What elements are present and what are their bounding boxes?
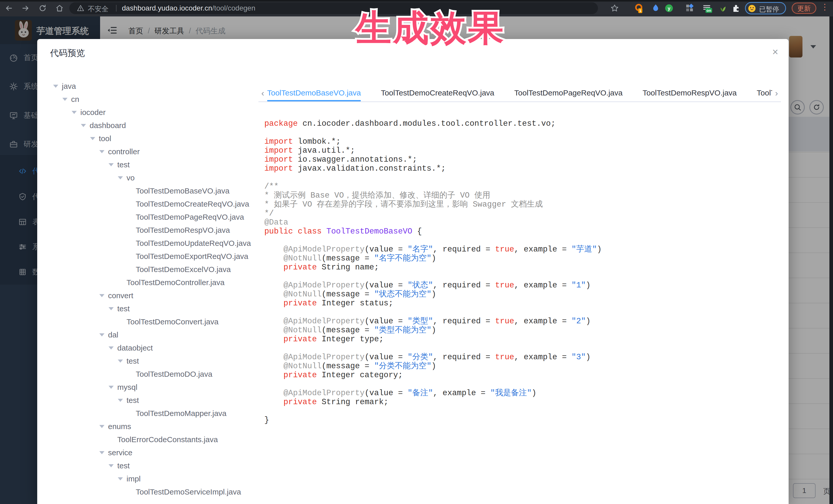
list-extension-icon[interactable]: on bbox=[702, 4, 711, 13]
caret-down-icon[interactable] bbox=[99, 425, 104, 428]
back-icon[interactable] bbox=[5, 4, 13, 12]
tree-folder[interactable]: enums bbox=[52, 420, 260, 433]
tree-file[interactable]: ToolTestDemoRespVO.java bbox=[52, 223, 260, 237]
caret-down-icon[interactable] bbox=[109, 464, 114, 467]
caret-down-icon[interactable] bbox=[99, 333, 104, 336]
leaf-extension-icon[interactable] bbox=[718, 4, 727, 13]
tree-file[interactable]: ToolTestDemoDO.java bbox=[52, 367, 260, 381]
code-token: */ bbox=[264, 209, 274, 218]
extension-circle-icon[interactable]: 1 bbox=[634, 4, 643, 13]
tree-file[interactable]: ToolTestDemoMapper.java bbox=[52, 407, 260, 420]
code-token: , example = bbox=[514, 281, 571, 290]
caret-down-icon[interactable] bbox=[118, 477, 123, 480]
url-bar[interactable]: 不安全 dashboard.yudao.iocoder.cn/tool/code… bbox=[69, 2, 598, 14]
green-circle-extension-icon[interactable]: y bbox=[664, 4, 674, 13]
drop-extension-icon[interactable] bbox=[651, 4, 660, 13]
code-token bbox=[264, 370, 283, 380]
caret-down-icon[interactable] bbox=[118, 176, 123, 179]
caret-down-icon[interactable] bbox=[109, 163, 114, 166]
browser-scrollbar[interactable] bbox=[829, 17, 833, 504]
tree-folder[interactable]: vo bbox=[52, 171, 260, 184]
tree-folder[interactable]: test bbox=[52, 302, 260, 315]
puzzle-icon[interactable] bbox=[731, 4, 741, 13]
tree-folder[interactable]: controller bbox=[52, 145, 260, 158]
tree-file[interactable]: ToolTestDemoPageReqVO.java bbox=[52, 211, 260, 223]
tree-folder[interactable]: dal bbox=[52, 328, 260, 341]
security-label[interactable]: 不安全 bbox=[88, 4, 109, 14]
code-tab[interactable]: ToolTestDemoUpdateReqVO.java bbox=[757, 84, 772, 101]
code-line bbox=[264, 308, 778, 317]
code-tab[interactable]: ToolTestDemoRespVO.java bbox=[643, 84, 737, 101]
tree-folder[interactable]: cn bbox=[52, 93, 260, 106]
warning-icon[interactable] bbox=[77, 5, 84, 12]
code-token bbox=[264, 335, 283, 344]
code-token: import bbox=[264, 146, 293, 155]
caret-down-icon[interactable] bbox=[109, 307, 114, 310]
caret-down-icon[interactable] bbox=[53, 85, 58, 88]
close-icon[interactable]: × bbox=[769, 46, 781, 58]
tree-file[interactable]: ToolTestDemoCreateReqVO.java bbox=[52, 197, 260, 211]
code-line: /** bbox=[264, 182, 778, 191]
code-line: @NotNull(message = "状态不能为空") bbox=[264, 290, 778, 299]
url-text[interactable]: dashboard.yudao.iocoder.cn/tool/codegen bbox=[122, 4, 255, 12]
code-line bbox=[264, 236, 778, 245]
code-tab[interactable]: ToolTestDemoPageReqVO.java bbox=[514, 84, 623, 101]
tree-file[interactable]: ToolTestDemoBaseVO.java bbox=[52, 184, 260, 197]
code-token: "1" bbox=[571, 281, 586, 290]
tree-folder[interactable]: test bbox=[52, 459, 260, 472]
tree-file[interactable]: ToolTestDemoConvert.java bbox=[52, 315, 260, 328]
tree-file[interactable]: ToolTestDemoExportReqVO.java bbox=[52, 250, 260, 263]
update-button[interactable]: 更新 bbox=[792, 3, 816, 14]
home-icon[interactable] bbox=[55, 4, 64, 12]
code-token: @ApiModelProperty bbox=[283, 245, 364, 254]
tree-folder[interactable]: iocoder bbox=[52, 106, 260, 119]
tree-folder[interactable]: test bbox=[52, 158, 260, 171]
tree-item-label: dataobject bbox=[117, 344, 153, 352]
caret-down-icon[interactable] bbox=[90, 137, 95, 140]
tree-folder[interactable]: mysql bbox=[52, 381, 260, 394]
code-token: * 测试示例 Base VO，提供给添加、修改、详细的子 VO 使用 bbox=[264, 191, 490, 200]
caret-down-icon[interactable] bbox=[118, 399, 123, 402]
reload-icon[interactable] bbox=[39, 4, 47, 12]
star-icon[interactable] bbox=[610, 4, 618, 12]
tree-folder[interactable]: service bbox=[52, 446, 260, 459]
tree-folder[interactable]: test bbox=[52, 394, 260, 407]
code-token: @NotNull bbox=[283, 362, 322, 370]
tree-folder[interactable]: dataobject bbox=[52, 341, 260, 354]
code-token: @Data bbox=[264, 218, 288, 227]
chrome-menu-icon[interactable]: ⋮ bbox=[821, 2, 829, 12]
tree-folder[interactable]: java bbox=[52, 79, 260, 93]
caret-down-icon[interactable] bbox=[109, 386, 114, 389]
tab-next-icon[interactable]: › bbox=[772, 84, 781, 102]
caret-down-icon[interactable] bbox=[99, 451, 104, 454]
caret-down-icon[interactable] bbox=[62, 98, 68, 101]
tree-file[interactable]: ToolTestDemoServiceImpl.java bbox=[52, 485, 260, 498]
caret-down-icon[interactable] bbox=[99, 294, 104, 297]
forward-icon[interactable] bbox=[22, 4, 30, 12]
caret-down-icon[interactable] bbox=[99, 150, 104, 153]
code-token: private bbox=[283, 335, 317, 344]
tree-file[interactable]: ToolErrorCodeConstants.java bbox=[52, 433, 260, 446]
tree-file[interactable]: ToolTestDemoUpdateReqVO.java bbox=[52, 237, 260, 250]
paused-extension-pill[interactable]: 已暂停 bbox=[745, 2, 786, 15]
tree-item-label: ToolTestDemoCreateReqVO.java bbox=[136, 200, 249, 208]
tree-item-label: test bbox=[126, 357, 139, 365]
tree-item-label: controller bbox=[108, 147, 140, 156]
tree-file[interactable]: ToolTestDemoController.java bbox=[52, 276, 260, 289]
caret-down-icon[interactable] bbox=[118, 360, 123, 363]
code-token: ) bbox=[431, 362, 436, 370]
code-tab[interactable]: ToolTestDemoCreateReqVO.java bbox=[381, 84, 494, 101]
caret-down-icon[interactable] bbox=[81, 124, 86, 127]
tree-file[interactable]: ToolTestDemoExcelVO.java bbox=[52, 263, 260, 276]
tree-folder[interactable]: tool bbox=[52, 132, 260, 145]
tree-folder[interactable]: dashboard bbox=[52, 119, 260, 132]
code-token: * 如果子 VO 存在差异的字段，请不要添加到这里，影响 Swagger 文档生… bbox=[264, 200, 543, 209]
diamond-extension-icon[interactable] bbox=[685, 4, 694, 13]
tree-item-label: impl bbox=[126, 475, 141, 483]
caret-down-icon[interactable] bbox=[109, 346, 114, 350]
tree-folder[interactable]: convert bbox=[52, 289, 260, 302]
caret-down-icon[interactable] bbox=[72, 111, 77, 114]
tree-folder[interactable]: impl bbox=[52, 472, 260, 485]
tree-folder[interactable]: test bbox=[52, 354, 260, 367]
code-tab[interactable]: ToolTestDemoBaseVO.java bbox=[267, 84, 361, 101]
